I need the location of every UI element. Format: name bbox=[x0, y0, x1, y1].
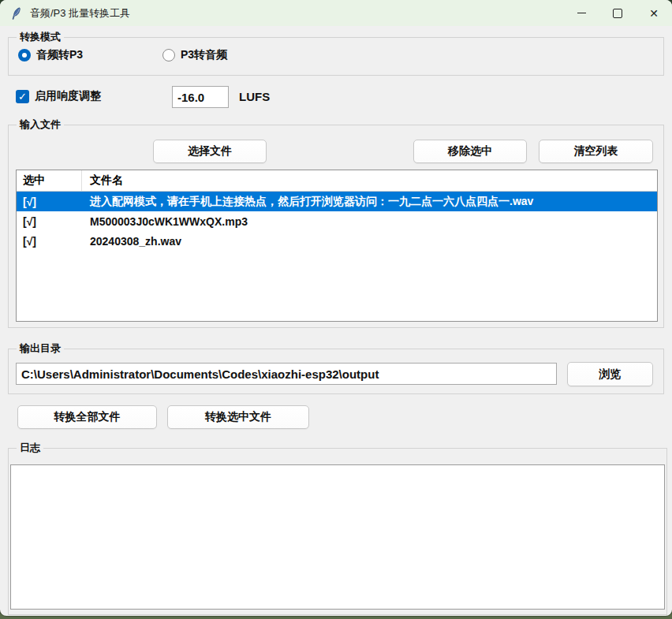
lufs-value-input[interactable] bbox=[172, 86, 229, 108]
close-button[interactable]: ✕ bbox=[636, 0, 672, 26]
input-files-group-label: 输入文件 bbox=[17, 117, 64, 132]
radio-p3-to-audio[interactable]: P3转音频 bbox=[162, 48, 227, 62]
column-header-checked[interactable]: 选中 bbox=[17, 170, 82, 191]
radio-audio-to-p3-label: 音频转P3 bbox=[36, 48, 83, 62]
table-row[interactable]: [√] M500003J0cWK1WWxQX.mp3 bbox=[17, 211, 657, 231]
row-check-mark: [√] bbox=[17, 235, 82, 248]
select-files-button[interactable]: 选择文件 bbox=[153, 140, 267, 163]
minimize-icon bbox=[577, 13, 586, 13]
row-filename: 进入配网模式，请在手机上连接热点，然后打开浏览器访问：一九二点一六八点四点一.w… bbox=[82, 195, 657, 209]
log-group-label: 日志 bbox=[17, 441, 43, 455]
browse-button[interactable]: 浏览 bbox=[567, 362, 653, 386]
mode-group-label: 转换模式 bbox=[17, 30, 64, 44]
checkbox-checked-icon: ✓ bbox=[16, 90, 29, 103]
output-path-input[interactable] bbox=[16, 363, 557, 385]
radio-audio-to-p3[interactable]: 音频转P3 bbox=[18, 48, 83, 62]
app-window: 音频/P3 批量转换工具 ✕ 转换模式 音频转P3 P3转音频 ✓ 启用响度调整… bbox=[0, 0, 672, 616]
column-header-filename[interactable]: 文件名 bbox=[82, 173, 657, 188]
close-icon: ✕ bbox=[649, 8, 659, 19]
maximize-icon bbox=[613, 9, 622, 18]
convert-selected-button[interactable]: 转换选中文件 bbox=[167, 405, 309, 429]
table-row[interactable]: [√] 进入配网模式，请在手机上连接热点，然后打开浏览器访问：一九二点一六八点四… bbox=[17, 192, 657, 211]
row-check-mark: [√] bbox=[17, 196, 82, 208]
row-filename: M500003J0cWK1WWxQX.mp3 bbox=[82, 215, 657, 228]
loudness-checkbox-label: 启用响度调整 bbox=[35, 89, 101, 103]
window-controls: ✕ bbox=[563, 0, 672, 26]
python-feather-icon bbox=[10, 7, 23, 20]
mode-group: 转换模式 音频转P3 P3转音频 bbox=[8, 37, 664, 76]
file-table-header: 选中 文件名 bbox=[17, 170, 657, 192]
titlebar: 音频/P3 批量转换工具 ✕ bbox=[0, 0, 672, 26]
radio-unselected-icon bbox=[162, 49, 175, 62]
row-check-mark: [√] bbox=[17, 215, 82, 228]
lufs-unit-label: LUFS bbox=[239, 90, 270, 103]
output-dir-group-label: 输出目录 bbox=[17, 341, 64, 356]
row-filename: 20240308_zh.wav bbox=[82, 235, 657, 248]
clear-list-button[interactable]: 清空列表 bbox=[539, 140, 653, 163]
loudness-checkbox[interactable]: ✓ 启用响度调整 bbox=[16, 89, 101, 103]
radio-p3-to-audio-label: P3转音频 bbox=[181, 48, 227, 62]
log-group: 日志 bbox=[8, 448, 667, 615]
radio-selected-icon bbox=[18, 49, 31, 62]
minimize-button[interactable] bbox=[563, 0, 599, 26]
remove-selected-button[interactable]: 移除选中 bbox=[413, 140, 527, 163]
maximize-button[interactable] bbox=[599, 0, 636, 26]
window-title: 音频/P3 批量转换工具 bbox=[30, 6, 130, 21]
log-text-area[interactable] bbox=[10, 464, 665, 610]
convert-all-button[interactable]: 转换全部文件 bbox=[17, 405, 157, 429]
file-list-table[interactable]: 选中 文件名 [√] 进入配网模式，请在手机上连接热点，然后打开浏览器访问：一九… bbox=[16, 170, 658, 322]
table-row[interactable]: [√] 20240308_zh.wav bbox=[17, 231, 657, 251]
